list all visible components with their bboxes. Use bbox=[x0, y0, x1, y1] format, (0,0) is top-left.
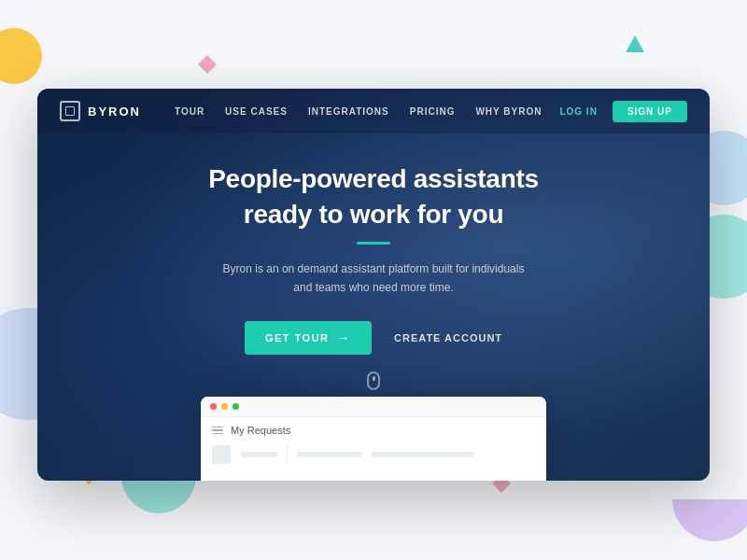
preview-line-3 bbox=[372, 452, 474, 457]
nav-right: LOG IN SIGN UP bbox=[559, 101, 687, 122]
nav-tour[interactable]: TOUR bbox=[175, 106, 204, 117]
teal-triangle-shape bbox=[626, 35, 644, 52]
window-dot-yellow bbox=[221, 403, 228, 410]
scroll-mouse-icon bbox=[367, 371, 380, 390]
window-dot-green bbox=[233, 403, 239, 410]
nav-use-cases[interactable]: USE CASES bbox=[225, 106, 288, 117]
purple-half-shape bbox=[672, 499, 747, 541]
app-preview-window: My Requests bbox=[201, 397, 546, 481]
hamburger-icon bbox=[212, 427, 223, 435]
app-preview-content: My Requests bbox=[201, 417, 546, 471]
nav-links: TOUR USE CASES INTEGRATIONS PRICING WHY … bbox=[175, 106, 559, 117]
nav-why-byron[interactable]: WHY BYRON bbox=[475, 106, 542, 117]
window-dot-red bbox=[210, 403, 217, 410]
preview-icon bbox=[212, 445, 231, 464]
hero-title: People-powered assistants ready to work … bbox=[208, 161, 539, 232]
scroll-indicator bbox=[367, 371, 380, 390]
nav-pricing[interactable]: PRICING bbox=[410, 106, 456, 117]
signup-button[interactable]: SIGN UP bbox=[613, 101, 687, 122]
get-tour-button[interactable]: GET TOUR → bbox=[245, 321, 372, 355]
hero-content: People-powered assistants ready to work … bbox=[37, 133, 710, 390]
hero-divider bbox=[357, 242, 390, 245]
logo-icon-inner bbox=[65, 106, 75, 116]
logo-area[interactable]: BYRON bbox=[60, 101, 141, 121]
preview-separator bbox=[287, 445, 288, 464]
logo-text: BYRON bbox=[88, 105, 141, 119]
main-card: BYRON TOUR USE CASES INTEGRATIONS PRICIN… bbox=[37, 89, 710, 481]
hero-subtitle: Byron is an on demand assistant platform… bbox=[223, 259, 525, 298]
app-preview-header: My Requests bbox=[212, 425, 535, 436]
create-account-button[interactable]: CREATE ACCOUNT bbox=[394, 332, 502, 343]
hero-buttons: GET TOUR → CREATE ACCOUNT bbox=[245, 321, 502, 355]
app-preview-row bbox=[212, 445, 535, 464]
app-titlebar bbox=[201, 397, 546, 417]
preview-line-2 bbox=[297, 452, 362, 457]
pink-diamond-shape bbox=[198, 55, 217, 74]
login-button[interactable]: LOG IN bbox=[559, 106, 597, 117]
yellow-circle-shape bbox=[0, 28, 42, 84]
scroll-dot bbox=[373, 376, 375, 381]
logo-icon bbox=[60, 101, 80, 121]
app-preview-title: My Requests bbox=[231, 425, 290, 436]
preview-line-1 bbox=[240, 452, 277, 457]
nav-integrations[interactable]: INTEGRATIONS bbox=[308, 106, 389, 117]
arrow-icon: → bbox=[337, 330, 352, 345]
navbar: BYRON TOUR USE CASES INTEGRATIONS PRICIN… bbox=[37, 89, 710, 133]
